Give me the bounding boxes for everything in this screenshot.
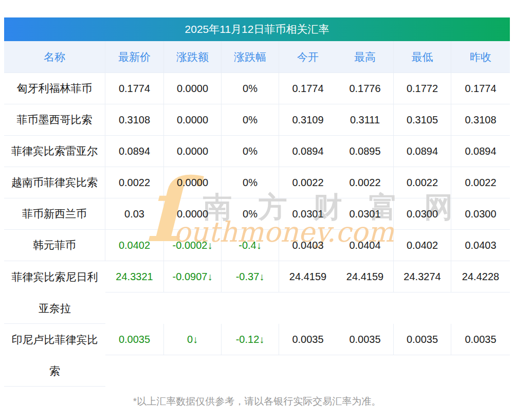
cell-prev-close: 0.3108	[451, 104, 510, 135]
cell-low: 0.0022	[393, 167, 451, 198]
cell-prev-close: 0.1774	[451, 73, 510, 104]
page: { "page": { "footnote": "*以上汇率数据仅供参考，请以各…	[0, 0, 514, 420]
cell-open: 0.0894	[279, 136, 337, 167]
row-spacer	[105, 355, 510, 387]
cell-prev-close: 0.0300	[451, 198, 510, 229]
header-cell-change-pct: 涨跌幅	[221, 41, 279, 72]
cell-latest-price: 0.0402	[105, 230, 163, 261]
cell-prev-close: 0.0894	[451, 136, 510, 167]
cell-high: 0.0301	[337, 198, 393, 229]
cell-name: 菲币墨西哥比索	[4, 104, 105, 135]
cell-open: 0.0035	[279, 324, 337, 355]
cell-name: 菲律宾比索雷亚尔	[4, 136, 105, 167]
table-row: 韩元菲币 0.0402 -0.0002↓ -0.4↓ 0.0403 0.0404…	[4, 230, 510, 261]
cell-change-amount: 0.0000	[163, 104, 221, 135]
cell-name: 越南币菲律宾比索	[4, 167, 105, 198]
header-cell-prev-close: 昨收	[451, 41, 510, 72]
cell-name: 菲律宾比索尼日利亚奈拉	[4, 261, 105, 324]
table-row: 菲币新西兰币 0.03 0.0000 0% 0.0301 0.0301 0.03…	[4, 198, 510, 230]
disclaimer-note: *以上汇率数据仅供参考，请以各银行实际交易汇率为准。	[0, 395, 514, 408]
cell-open: 24.4159	[279, 261, 337, 292]
header-cell-open: 今开	[279, 41, 337, 72]
header-cell-low: 最低	[393, 41, 451, 72]
cell-high: 0.0022	[337, 167, 393, 198]
cell-prev-close: 0.0403	[451, 230, 510, 261]
cell-high: 24.4159	[337, 261, 393, 292]
cell-open: 0.0022	[279, 167, 337, 198]
header-cell-change: 涨跌额	[163, 41, 221, 72]
cell-change-amount: 0.0000	[163, 198, 221, 229]
cell-change-amount: -0.0002↓	[163, 230, 221, 261]
cell-latest-price: 0.03	[105, 198, 163, 229]
cell-change-amount: 0↓	[163, 324, 221, 355]
cell-name: 印尼卢比菲律宾比索	[4, 324, 105, 387]
cell-low: 0.0035	[393, 324, 451, 355]
cell-latest-price: 0.0022	[105, 167, 163, 198]
cell-change-amount: 0.0000	[163, 167, 221, 198]
cell-high: 0.0404	[337, 230, 393, 261]
cell-latest-price: 24.3321	[105, 261, 163, 292]
cell-change-percent: 0%	[221, 136, 279, 167]
cell-high: 0.1776	[337, 73, 393, 104]
cell-name: 菲币新西兰币	[4, 198, 105, 229]
cell-open: 0.0301	[279, 198, 337, 229]
cell-name: 韩元菲币	[4, 230, 105, 261]
cell-low: 0.3105	[393, 104, 451, 135]
cell-high: 0.3111	[337, 104, 393, 135]
cell-low: 0.1772	[393, 73, 451, 104]
table-row: 印尼卢比菲律宾比索 0.0035 0↓ -0.12↓ 0.0035 0.0035…	[4, 324, 510, 387]
header-cell-name: 名称	[4, 41, 105, 72]
cell-prev-close: 0.0035	[451, 324, 510, 355]
rate-table: 2025年11月12日菲币相关汇率 名称 最新价 涨跌额 涨跌幅 今开 最高 最…	[4, 17, 510, 387]
cell-change-percent: 0%	[221, 73, 279, 104]
cell-prev-close: 24.4228	[451, 261, 510, 292]
cell-high: 0.0895	[337, 136, 393, 167]
cell-low: 0.0894	[393, 136, 451, 167]
row-spacer	[105, 293, 510, 324]
row-values: 0.0035 0↓ -0.12↓ 0.0035 0.0035 0.0035 0.…	[105, 324, 510, 387]
cell-latest-price: 0.0894	[105, 136, 163, 167]
cell-latest-price: 0.1774	[105, 73, 163, 104]
cell-latest-price: 0.3108	[105, 104, 163, 135]
cell-change-percent: 0%	[221, 198, 279, 229]
cell-open: 0.0403	[279, 230, 337, 261]
table-title-bar: 2025年11月12日菲币相关汇率	[4, 17, 510, 41]
table-row: 菲律宾比索尼日利亚奈拉 24.3321 -0.0907↓ -0.37↓ 24.4…	[4, 261, 510, 324]
cell-low: 24.3274	[393, 261, 451, 292]
cell-latest-price: 0.0035	[105, 324, 163, 355]
table-row: 越南币菲律宾比索 0.0022 0.0000 0% 0.0022 0.0022 …	[4, 167, 510, 198]
cell-prev-close: 0.0022	[451, 167, 510, 198]
header-row: 名称 最新价 涨跌额 涨跌幅 今开 最高 最低 昨收	[4, 41, 510, 73]
cell-change-amount: 0.0000	[163, 73, 221, 104]
table-row: 菲币墨西哥比索 0.3108 0.0000 0% 0.3109 0.3111 0…	[4, 104, 510, 136]
table-row: 菲律宾比索雷亚尔 0.0894 0.0000 0% 0.0894 0.0895 …	[4, 136, 510, 167]
cell-change-percent: 0%	[221, 167, 279, 198]
cell-name: 匈牙利福林菲币	[4, 73, 105, 104]
cell-change-percent: 0%	[221, 104, 279, 135]
cell-change-percent: -0.4↓	[221, 230, 279, 261]
cell-change-amount: -0.0907↓	[163, 261, 221, 292]
header-cell-latest: 最新价	[105, 41, 163, 72]
header-cell-high: 最高	[337, 41, 393, 72]
cell-change-percent: -0.12↓	[221, 324, 279, 355]
row-values: 24.3321 -0.0907↓ -0.37↓ 24.4159 24.4159 …	[105, 261, 510, 324]
cell-open: 0.3109	[279, 104, 337, 135]
cell-high: 0.0035	[337, 324, 393, 355]
cell-low: 0.0300	[393, 198, 451, 229]
cell-change-percent: -0.37↓	[221, 261, 279, 292]
table-row: 匈牙利福林菲币 0.1774 0.0000 0% 0.1774 0.1776 0…	[4, 73, 510, 104]
cell-change-amount: 0.0000	[163, 136, 221, 167]
cell-low: 0.0402	[393, 230, 451, 261]
cell-open: 0.1774	[279, 73, 337, 104]
